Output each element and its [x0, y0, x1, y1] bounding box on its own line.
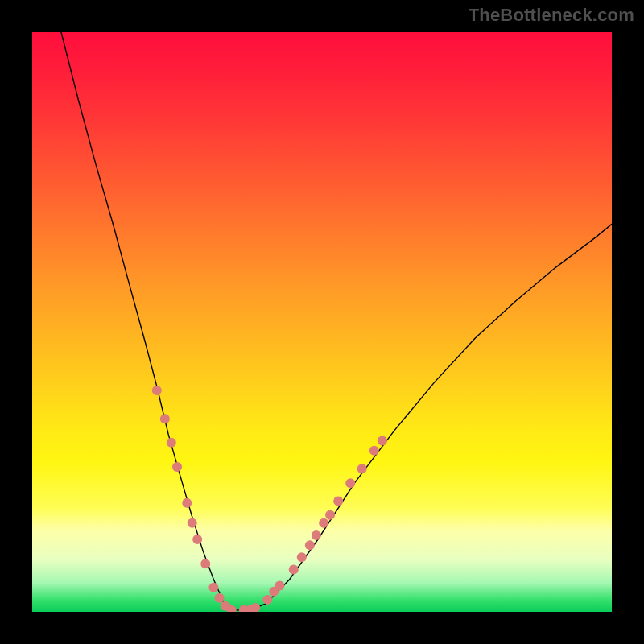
marker-point	[262, 595, 272, 605]
marker-point	[289, 564, 299, 574]
marker-point	[192, 535, 202, 544]
marker-point	[305, 540, 315, 550]
series-layer	[61, 32, 612, 610]
series-bottleneck-left	[61, 32, 232, 610]
marker-point	[182, 498, 192, 508]
watermark-text: TheBottleneck.com	[469, 5, 634, 26]
marker-point	[319, 518, 328, 528]
series-bottleneck-right	[232, 224, 612, 610]
marker-point	[167, 438, 176, 448]
marker-point	[250, 603, 260, 612]
marker-point	[325, 510, 335, 520]
plot-area	[32, 32, 612, 612]
marker-point	[152, 386, 162, 395]
marker-point	[312, 530, 321, 540]
marker-point	[345, 478, 355, 488]
marker-point	[208, 583, 218, 592]
marker-point	[333, 496, 343, 506]
marker-point	[215, 593, 225, 603]
marker-point	[275, 581, 284, 591]
marker-point	[172, 462, 182, 472]
marker-point	[369, 446, 379, 456]
marker-point	[160, 414, 170, 423]
marker-layer	[152, 386, 387, 612]
marker-point	[200, 559, 210, 568]
chart-frame: TheBottleneck.com	[0, 0, 644, 644]
marker-point	[357, 464, 367, 473]
chart-svg	[32, 32, 612, 612]
marker-point	[188, 518, 197, 528]
marker-point	[297, 552, 307, 562]
marker-point	[378, 436, 387, 446]
